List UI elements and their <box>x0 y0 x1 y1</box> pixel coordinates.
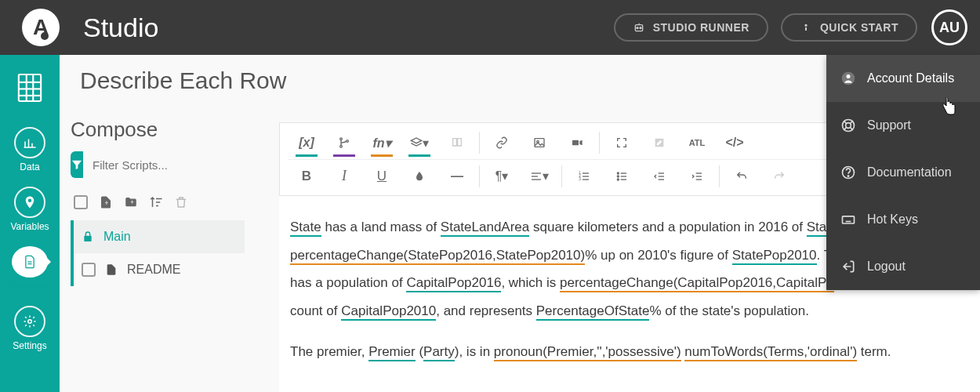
atl-button[interactable]: ATL <box>678 129 716 157</box>
user-menu-dropdown: Account Details Support Documentation Ho… <box>826 55 980 290</box>
rail-data-label: Data <box>20 162 39 172</box>
script-actions: + + <box>71 191 245 220</box>
filter-row <box>71 151 245 178</box>
svg-rect-32 <box>535 139 544 147</box>
layers-button[interactable]: ▾ <box>401 129 438 157</box>
link-button[interactable] <box>483 129 521 157</box>
fn-button[interactable]: fn▾ <box>363 129 401 157</box>
ol-button[interactable]: 123 <box>565 162 603 191</box>
svg-point-18 <box>28 320 32 324</box>
menu-support[interactable]: Support <box>826 102 980 149</box>
paragraph-button[interactable]: ¶▾ <box>483 162 521 191</box>
redo-button[interactable] <box>760 162 798 191</box>
sort-icon[interactable] <box>149 195 163 209</box>
script-name: README <box>127 263 180 277</box>
bold-button[interactable]: B <box>288 162 325 191</box>
italic-button[interactable]: I <box>325 162 363 191</box>
app-logo: A <box>22 9 60 46</box>
select-all-checkbox[interactable] <box>74 195 88 209</box>
svg-text:+: + <box>130 199 134 206</box>
svg-point-46 <box>617 172 619 174</box>
rail-variables-label: Variables <box>10 221 49 232</box>
layers-icon <box>410 136 423 149</box>
branch-icon <box>338 136 350 149</box>
left-rail: Data Variables Compose Settings <box>0 55 60 392</box>
svg-text:3: 3 <box>579 177 581 181</box>
color-button[interactable] <box>401 162 438 191</box>
svg-point-59 <box>847 74 851 78</box>
funnel-icon <box>71 158 83 171</box>
svg-line-65 <box>851 121 853 123</box>
rail-variables[interactable]: Variables <box>0 179 60 238</box>
trash-icon[interactable] <box>174 195 188 209</box>
image-button[interactable] <box>521 129 558 157</box>
account-icon <box>840 71 856 86</box>
script-item-readme[interactable]: README <box>71 253 245 286</box>
robot-icon <box>633 21 645 34</box>
rail-compose[interactable]: Compose <box>0 238 60 298</box>
new-folder-icon[interactable]: + <box>124 195 138 209</box>
studio-runner-button[interactable]: STUDIO RUNNER <box>614 13 768 42</box>
droplet-icon <box>413 170 426 183</box>
book-button[interactable] <box>438 129 476 157</box>
expand-button[interactable] <box>603 129 641 157</box>
svg-point-28 <box>340 138 343 140</box>
new-file-icon[interactable]: + <box>99 195 113 209</box>
indent-button[interactable] <box>678 162 716 191</box>
menu-account-details[interactable]: Account Details <box>826 55 980 102</box>
file-icon <box>105 263 118 276</box>
gear-icon <box>23 314 37 328</box>
rail-spreadsheet[interactable] <box>0 61 60 119</box>
script-checkbox[interactable] <box>82 263 96 277</box>
align-button[interactable]: ▾ <box>521 162 558 191</box>
spreadsheet-icon <box>16 72 43 103</box>
svg-rect-34 <box>572 140 579 146</box>
filter-scripts-input[interactable] <box>89 154 245 176</box>
menu-documentation[interactable]: Documentation <box>826 149 980 196</box>
studio-runner-label: STUDIO RUNNER <box>653 21 750 34</box>
hr-button[interactable]: — <box>438 162 476 191</box>
expand-icon <box>615 136 628 149</box>
compose-title: Compose <box>71 118 245 142</box>
topbar: A Studio STUDIO RUNNER QUICK START AU <box>0 0 980 55</box>
pencil-square-icon <box>653 136 666 149</box>
svg-rect-6 <box>19 74 41 101</box>
undo-button[interactable] <box>723 162 760 191</box>
ordered-list-icon: 123 <box>578 170 590 183</box>
bracket-x-button[interactable]: [x] <box>288 129 325 157</box>
life-ring-icon <box>840 118 856 133</box>
menu-hotkeys[interactable]: Hot Keys <box>826 196 980 243</box>
svg-line-63 <box>851 128 853 130</box>
svg-point-1 <box>637 27 638 29</box>
video-button[interactable] <box>558 129 596 157</box>
svg-point-2 <box>640 27 641 29</box>
branch-button[interactable] <box>325 129 363 157</box>
quickstart-button[interactable]: QUICK START <box>781 13 917 42</box>
outdent-icon <box>653 170 666 183</box>
menu-logout[interactable]: Logout <box>826 243 980 290</box>
document-icon <box>24 255 36 269</box>
svg-point-61 <box>846 123 851 129</box>
pin-icon <box>23 195 37 209</box>
script-name: Main <box>103 230 131 244</box>
page-title: Describe Each Row <box>80 67 286 94</box>
rail-settings[interactable]: Settings <box>0 298 60 358</box>
svg-line-62 <box>844 121 846 123</box>
ul-button[interactable] <box>603 162 641 191</box>
svg-point-4 <box>805 24 807 26</box>
svg-rect-68 <box>843 216 855 223</box>
code-button[interactable]: </> <box>716 129 753 157</box>
svg-point-48 <box>617 176 619 177</box>
book-icon <box>451 136 463 149</box>
undo-icon <box>735 170 748 183</box>
script-item-main[interactable]: Main <box>71 220 245 253</box>
avatar[interactable]: AU <box>931 9 967 45</box>
rail-data[interactable]: Data <box>0 119 60 179</box>
svg-point-50 <box>617 179 619 180</box>
edit-square-button[interactable] <box>641 129 678 157</box>
outdent-button[interactable] <box>641 162 678 191</box>
filter-button[interactable] <box>71 151 83 178</box>
info-icon <box>800 21 812 34</box>
underline-button[interactable]: U <box>363 162 401 191</box>
svg-point-67 <box>848 176 848 176</box>
